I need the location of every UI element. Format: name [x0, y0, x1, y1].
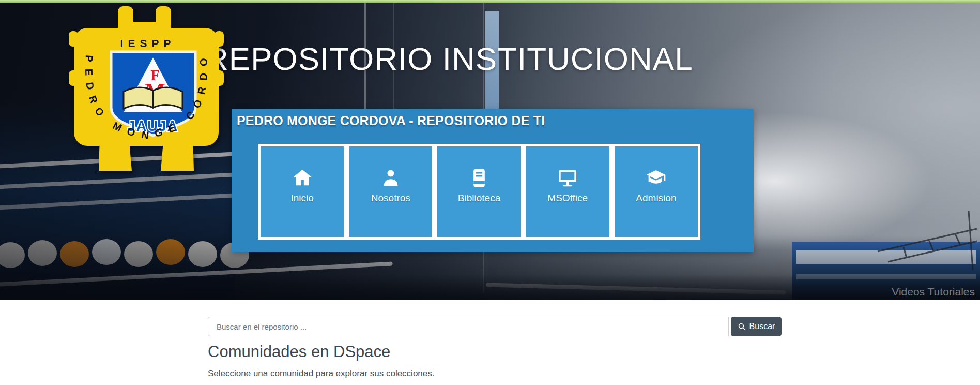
search-button[interactable]: Buscar [731, 317, 782, 336]
main-nav: Inicio Nosotros [258, 144, 700, 240]
nav-item-admision[interactable]: Admision [615, 146, 698, 237]
top-accent-bar [0, 0, 980, 3]
repository-search: Buscar [208, 317, 782, 336]
nav-item-msoffice[interactable]: MSOffice [526, 146, 609, 237]
balloon [188, 241, 217, 267]
graduation-cap-icon [646, 168, 666, 188]
balloon [28, 240, 57, 266]
repository-panel: PEDRO MONGE CORDOVA - REPOSITORIO DE TES… [232, 109, 754, 252]
search-input[interactable] [208, 317, 729, 336]
repository-panel-heading: PEDRO MONGE CORDOVA - REPOSITORIO DE TES… [232, 109, 544, 128]
nav-item-inicio[interactable]: Inicio [261, 146, 344, 237]
communities-subheading: Seleccione una comunidad para explorar s… [208, 368, 434, 379]
communities-heading: Comunidades en DSpace [208, 342, 390, 362]
balloon [124, 241, 153, 267]
hero-banner: IESPP F M JAUJA PEDRO MONGE CÓRDOVA REPO… [0, 3, 980, 300]
nav-item-label: MSOffice [547, 192, 588, 204]
search-button-label: Buscar [749, 322, 775, 331]
logo-acronym: IESPP [120, 37, 176, 49]
nav-item-biblioteca[interactable]: Biblioteca [437, 146, 520, 237]
nav-item-nosotros[interactable]: Nosotros [349, 146, 432, 237]
balloon [156, 239, 185, 265]
institution-logo: IESPP F M JAUJA PEDRO MONGE CÓRDOVA [69, 6, 224, 173]
nav-item-label: Inicio [290, 192, 313, 204]
balloon [92, 239, 121, 265]
balloon [60, 241, 89, 267]
transmission-tower [875, 204, 980, 276]
videos-tutoriales-caption: Videos Tutoriales [892, 286, 975, 298]
monitor-icon [557, 168, 578, 188]
nav-item-label: Admision [636, 192, 676, 204]
nav-item-label: Nosotros [371, 192, 410, 204]
page-title: REPOSITORIO INSTITUCIONAL [205, 41, 693, 77]
search-icon [738, 322, 746, 331]
book-icon [469, 168, 489, 188]
repository-home-page: IESPP F M JAUJA PEDRO MONGE CÓRDOVA REPO… [0, 0, 980, 385]
home-icon [292, 168, 313, 188]
person-icon [380, 168, 401, 188]
logo-open-book [124, 87, 182, 109]
banner-bottom-shadow [0, 274, 980, 300]
nav-item-label: Biblioteca [458, 192, 500, 204]
